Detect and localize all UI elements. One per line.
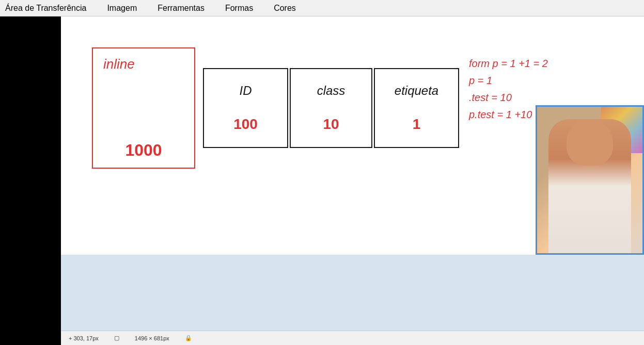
class-value: 10 (323, 116, 339, 133)
formula-line-2: p = 1 (469, 75, 555, 87)
person-face (548, 119, 631, 253)
class-box: class 10 (290, 68, 372, 148)
bottom-area: + 303, 17px ▢ 1496 × 681px 🔒 (61, 255, 644, 345)
toolbar-item-colors[interactable]: Cores (274, 4, 296, 13)
status-bar: + 303, 17px ▢ 1496 × 681px 🔒 (61, 331, 644, 345)
toolbar-item-area[interactable]: Área de Transferência (5, 4, 86, 13)
toolbar-item-tools[interactable]: Ferramentas (158, 4, 205, 13)
toolbar-item-shapes[interactable]: Formas (225, 4, 253, 13)
coordinates-display: + 303, 17px (69, 335, 99, 341)
etiqueta-value: 1 (413, 116, 421, 133)
inline-box: inline 1000 (92, 47, 195, 169)
document-icon: ▢ (114, 335, 119, 341)
class-label: class (317, 84, 345, 98)
main-container: inline 1000 ID 100 class 10 etiqueta 1 f… (0, 17, 644, 345)
formula-line-1: form p = 1 +1 = 2 (469, 58, 555, 70)
id-label: ID (240, 84, 252, 98)
left-sidebar (0, 17, 61, 345)
toolbar-item-image[interactable]: Imagem (107, 4, 137, 13)
etiqueta-box: etiqueta 1 (374, 68, 459, 148)
canvas-area[interactable]: inline 1000 ID 100 class 10 etiqueta 1 f… (61, 17, 644, 255)
inline-value: 1000 (125, 141, 162, 160)
id-value: 100 (233, 116, 258, 133)
inline-label: inline (103, 56, 135, 72)
formula-line-3: .test = 10 (469, 92, 555, 104)
webcam-person (537, 107, 642, 253)
person-head (567, 119, 613, 166)
webcam-overlay (536, 105, 644, 255)
toolbar: Área de Transferência Imagem Ferramentas… (0, 0, 644, 17)
etiqueta-label: etiqueta (395, 84, 438, 98)
dimensions-display: 1496 × 681px (135, 335, 169, 341)
lock-icon: 🔒 (185, 335, 192, 341)
id-box: ID 100 (203, 68, 288, 148)
